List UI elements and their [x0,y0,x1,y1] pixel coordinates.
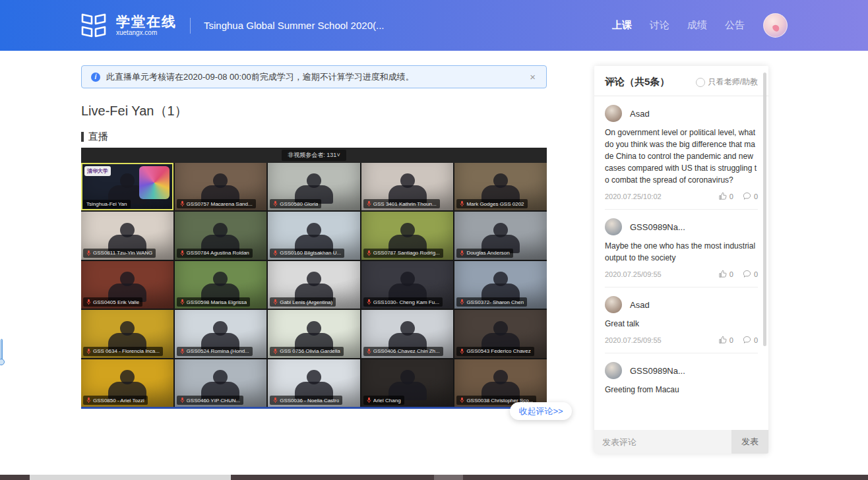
submit-comment-button[interactable]: 发表 [731,430,768,454]
commenter-avatar[interactable] [605,296,622,313]
nav-item-公告[interactable]: 公告 [725,19,745,32]
participant-name-label: GSS0757 Macarena Sand... [177,199,256,208]
participant-tile[interactable]: GSS 3401 Kathrin Thoun... [361,163,454,210]
nav-item-成绩[interactable]: 成绩 [687,19,707,32]
thumbs-up-icon [718,192,727,200]
comment-meta: 2020.07.25/09:55 0 0 [605,270,758,287]
participant-name-label: GSS0160 Bilgtsakhan U... [270,249,344,258]
participant-tile[interactable]: GSS0405 Erik Valle [81,261,173,309]
like-button[interactable]: 0 [718,336,733,344]
comment-bubble-icon [743,192,751,200]
comment-actions: 0 0 [718,336,758,344]
participant-tile[interactable]: GSS0460 YIP CHUN... [175,359,267,407]
participant-tile[interactable]: GSS0524 Romina (Hond... [175,310,267,357]
participant-tile[interactable]: GSS0787 Santiago Rodrig... [361,212,454,259]
participant-tile[interactable]: GSS0598 Marisa Elgrissa [175,261,267,309]
collapse-comments-button[interactable]: 收起评论>> [510,402,572,420]
participant-tile[interactable]: GSS0543 Federico Chavez [454,310,547,357]
horizontal-scrollbar-thumb[interactable] [30,475,231,480]
participant-tile[interactable]: GSS 0634 - Florencia Inca... [81,310,173,357]
thumbs-up-icon [718,336,727,344]
live-section-label: 直播 [81,131,108,143]
participant-name-label: GSS 3401 Kathrin Thoun... [363,199,440,208]
commenter-avatar[interactable] [605,105,622,122]
like-count: 0 [729,193,733,200]
participant-name: GSS0036 - Noelia Castro [280,398,339,404]
close-icon[interactable]: × [528,71,537,82]
comment-timestamp: 2020.07.25/09:55 [605,336,662,344]
nav-item-上课[interactable]: 上课 [612,19,632,32]
participant-name: GSS0460 YIP CHUN... [187,398,241,404]
participant-tile[interactable]: GSS0406 Chavez Chin Zh... [361,310,454,357]
participant-tile[interactable]: GSS0038 Christopher Sco... [454,359,547,407]
participant-grid: 清华大学 Tsinghua-Fei Yan GSS0757 Macarena S… [81,163,547,407]
mic-muted-icon [180,397,185,404]
participant-tile[interactable]: Ariel Chang [361,359,454,407]
comments-header: 评论（共5条） 只看老师/助教 [594,66,768,96]
horizontal-scrollbar-segment [434,475,463,480]
viewer-count-pill[interactable]: 非视频参会者: 131˅ [282,150,346,161]
participant-tile[interactable]: 清华大学 Tsinghua-Fei Yan [81,163,173,210]
participant-tile[interactable]: Gabi Lenis (Argentina) [268,261,360,309]
participant-tile[interactable]: GSS1030- Cheng Kam Fu... [361,261,454,309]
participant-name: GSS0757 Macarena Sand... [187,201,253,207]
like-button[interactable]: 0 [718,270,733,278]
participant-name: GSS0406 Chavez Chin Zh... [373,348,440,354]
participant-name-label: Ariel Chang [363,396,404,405]
participant-name-label: Gabi Lenis (Argentina) [270,297,336,307]
participant-name-label: GSS0036 - Noelia Castro [270,396,342,405]
reply-button[interactable]: 0 [743,270,758,278]
horizontal-scrollbar[interactable] [0,475,868,480]
participant-name: GSS 3401 Kathrin Thoun... [373,201,437,207]
logo-title: 学堂在线 [116,15,177,29]
comments-panel: 评论（共5条） 只看老师/助教 Asad On government level… [594,66,768,454]
sidebar-scrollbar[interactable] [763,73,766,346]
participant-tile[interactable]: GSS0811 Tzu-Yin WANG [81,212,173,259]
comment-list[interactable]: Asad On government level or political le… [594,96,768,429]
participant-name-label: GSS 0634 - Florencia Inca... [83,347,163,356]
participant-name: Tsinghua-Fei Yan [86,201,127,207]
video-area[interactable]: 非视频参会者: 131˅ 清华大学 Tsinghua-Fei Yan [81,148,547,407]
mic-muted-icon [180,200,185,207]
teacher-only-filter[interactable]: 只看老师/助教 [696,76,758,88]
commenter-avatar[interactable] [605,362,622,379]
participant-name-label: GSS0787 Santiago Rodrig... [363,249,443,258]
notice-text: 此直播单元考核请在2020-09-08 00:00前完成学习，逾期不计算学习进度… [106,71,528,83]
video-progress-bar[interactable] [81,407,547,409]
comment-input[interactable] [594,430,731,454]
comment-head: Asad [605,296,758,313]
participant-tile[interactable]: GSS0036 - Noelia Castro [268,359,360,407]
participant-name-label: Mark Godges GSS 0202 [456,199,527,208]
participant-name-label: GSS0784 Agustina Roldan [177,249,253,258]
participant-tile[interactable]: GSS0372- Sharon Chen [454,261,547,309]
scroll-indicator-icon[interactable] [0,339,5,369]
reply-count: 0 [754,270,758,278]
commenter-avatar[interactable] [605,218,622,235]
participant-tile[interactable]: Douglas Anderson [454,212,547,259]
participant-name: GSS0524 Romina (Hond... [187,348,249,354]
participant-name-label: GSS 0756 Olivia Gardella [270,347,344,356]
reply-button[interactable]: 0 [743,336,758,344]
reply-button[interactable]: 0 [743,192,758,200]
radio-icon[interactable] [696,78,705,87]
participant-tile[interactable]: GSS0757 Macarena Sand... [175,163,267,210]
participant-name-label: GSS0850 - Ariel Tozzi [83,396,148,405]
participant-tile[interactable]: GSS 0756 Olivia Gardella [268,310,360,357]
participant-tile[interactable]: GSS0580 Gloria [268,163,360,210]
participant-tile[interactable]: Mark Godges GSS 0202 [454,163,547,210]
mic-muted-icon [367,397,371,404]
nav-item-讨论[interactable]: 讨论 [650,19,669,32]
comment-item: Asad Great talk 2020.07.25/09:55 0 0 [605,287,758,353]
like-button[interactable]: 0 [718,192,733,200]
participant-name: GSS0850 - Ariel Tozzi [93,398,144,404]
participant-tile[interactable]: GSS0160 Bilgtsakhan U... [268,212,360,259]
participant-name: GSS 0756 Olivia Gardella [280,348,340,354]
user-avatar[interactable] [763,13,788,38]
logo[interactable]: 学堂在线 xuetangx.com [80,12,177,40]
comment-head: GSS0989Na... [605,218,758,235]
like-count: 0 [729,270,733,278]
participant-name-label: GSS0524 Romina (Hond... [177,347,253,356]
like-count: 0 [729,336,733,344]
participant-tile[interactable]: GSS0784 Agustina Roldan [175,212,267,259]
participant-tile[interactable]: GSS0850 - Ariel Tozzi [81,359,173,407]
